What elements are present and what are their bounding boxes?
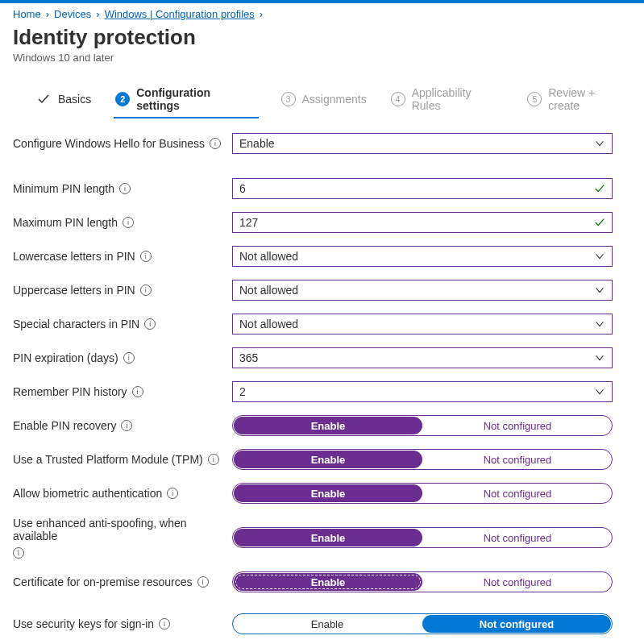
- info-icon[interactable]: i: [144, 318, 156, 330]
- tab-label: Configuration settings: [136, 86, 256, 112]
- wizard-tabs: Basics 2 Configuration settings 3 Assign…: [0, 80, 644, 118]
- field-label: Remember PIN history: [13, 385, 127, 398]
- row-uppercase-pin: Uppercase letters in PIN i Not allowed: [13, 280, 631, 301]
- toggle-option-not-configured: Not configured: [423, 484, 612, 503]
- breadcrumb-configuration-profiles[interactable]: Windows | Configuration profiles: [105, 8, 255, 20]
- pin-recovery-toggle[interactable]: Enable Not configured: [232, 415, 613, 436]
- row-special-pin: Special characters in PIN i Not allowed: [13, 314, 631, 334]
- toggle-option-not-configured: Not configured: [423, 528, 612, 547]
- field-label: Certificate for on-premise resources: [13, 575, 193, 588]
- pin-expiration-select[interactable]: 365: [232, 347, 613, 368]
- biometric-toggle[interactable]: Enable Not configured: [232, 483, 613, 504]
- step-badge: 5: [527, 92, 542, 106]
- row-min-pin: Minimum PIN length i 6: [13, 178, 631, 199]
- row-lowercase-pin: Lowercase letters in PIN i Not allowed: [13, 246, 631, 267]
- info-icon[interactable]: i: [208, 454, 219, 465]
- toggle-option-not-configured: Not configured: [423, 416, 612, 435]
- uppercase-pin-select[interactable]: Not allowed: [232, 280, 613, 301]
- chevron-right-icon: ›: [46, 8, 49, 20]
- info-icon[interactable]: i: [123, 217, 134, 228]
- settings-form: Configure Windows Hello for Business i E…: [0, 118, 644, 644]
- tab-basics[interactable]: Basics: [35, 85, 93, 113]
- field-label: Uppercase letters in PIN: [13, 284, 135, 297]
- certificate-toggle[interactable]: Enable Not configured: [232, 571, 613, 592]
- pin-history-select[interactable]: 2: [232, 381, 613, 402]
- row-pin-expiration: PIN expiration (days) i 365: [13, 347, 631, 368]
- info-icon[interactable]: i: [13, 547, 24, 559]
- row-max-pin: Maximum PIN length i 127: [13, 212, 631, 233]
- info-icon[interactable]: i: [159, 618, 170, 629]
- tab-review-create[interactable]: 5 Review + create: [526, 80, 631, 118]
- field-label: Lowercase letters in PIN: [13, 250, 135, 263]
- step-badge: 3: [281, 92, 296, 106]
- field-label: Allow biometric authentication: [13, 487, 162, 500]
- field-label: Use enhanced anti-spoofing, when availab…: [13, 517, 232, 542]
- info-icon[interactable]: i: [132, 386, 143, 397]
- field-label: Enable PIN recovery: [13, 419, 116, 432]
- field-label: Minimum PIN length: [13, 182, 114, 195]
- anti-spoofing-toggle[interactable]: Enable Not configured: [232, 527, 613, 548]
- configure-hello-select[interactable]: Enable: [232, 133, 613, 154]
- tab-label: Assignments: [302, 93, 367, 106]
- chevron-right-icon: ›: [260, 8, 263, 20]
- chevron-down-icon: [594, 352, 605, 364]
- use-tpm-toggle[interactable]: Enable Not configured: [232, 449, 613, 470]
- info-icon[interactable]: i: [197, 576, 209, 588]
- field-label: Special characters in PIN: [13, 318, 139, 330]
- tab-assignments[interactable]: 3 Assignments: [280, 85, 368, 113]
- toggle-option-not-configured: Not configured: [422, 615, 611, 633]
- breadcrumb: Home › Devices › Windows | Configuration…: [0, 3, 644, 22]
- toggle-option-enable: Enable: [233, 614, 422, 634]
- info-icon[interactable]: i: [167, 488, 178, 499]
- toggle-option-enable: Enable: [234, 573, 422, 591]
- input-value: 6: [239, 182, 246, 195]
- tab-label: Basics: [58, 93, 91, 106]
- special-pin-select[interactable]: Not allowed: [232, 314, 613, 334]
- field-label: Configure Windows Hello for Business: [13, 137, 205, 150]
- row-configure-hello: Configure Windows Hello for Business i E…: [13, 133, 631, 154]
- info-icon[interactable]: i: [210, 138, 221, 149]
- step-badge: 2: [115, 92, 130, 106]
- tab-label: Applicability Rules: [412, 86, 504, 112]
- tab-configuration-settings[interactable]: 2 Configuration settings: [114, 80, 258, 118]
- max-pin-input[interactable]: 127: [232, 212, 613, 233]
- row-anti-spoofing: Use enhanced anti-spoofing, when availab…: [13, 517, 631, 559]
- security-keys-toggle[interactable]: Enable Not configured: [232, 613, 613, 634]
- breadcrumb-home[interactable]: Home: [13, 8, 41, 20]
- select-value: Not allowed: [239, 318, 298, 330]
- field-label: Use a Trusted Platform Module (TPM): [13, 453, 203, 466]
- row-pin-recovery: Enable PIN recovery i Enable Not configu…: [13, 415, 631, 436]
- toggle-option-enable: Enable: [234, 484, 422, 502]
- chevron-down-icon: [594, 318, 605, 330]
- select-value: Not allowed: [239, 284, 298, 297]
- info-icon[interactable]: i: [140, 285, 152, 296]
- min-pin-input[interactable]: 6: [232, 178, 613, 199]
- info-icon[interactable]: i: [123, 352, 135, 364]
- lowercase-pin-select[interactable]: Not allowed: [232, 246, 613, 267]
- breadcrumb-devices[interactable]: Devices: [54, 8, 91, 20]
- info-icon[interactable]: i: [119, 183, 131, 194]
- checkmark-icon: [37, 92, 52, 106]
- info-icon[interactable]: i: [121, 420, 132, 431]
- checkmark-icon: [594, 217, 605, 228]
- select-value: 365: [239, 351, 258, 364]
- toggle-option-not-configured: Not configured: [423, 572, 612, 592]
- field-label: Use security keys for sign-in: [13, 617, 154, 630]
- tab-applicability-rules[interactable]: 4 Applicability Rules: [389, 80, 505, 118]
- select-value: Not allowed: [239, 250, 298, 263]
- field-label: Maximum PIN length: [13, 216, 118, 229]
- page-title: Identity protection: [13, 25, 631, 50]
- select-value: 2: [239, 385, 246, 398]
- chevron-down-icon: [594, 285, 605, 296]
- checkmark-icon: [594, 183, 605, 194]
- chevron-down-icon: [594, 386, 605, 397]
- row-certificate: Certificate for on-premise resources i E…: [13, 571, 631, 592]
- page-subtitle: Windows 10 and later: [13, 52, 631, 64]
- step-badge: 4: [391, 92, 405, 106]
- info-icon[interactable]: i: [140, 251, 152, 262]
- tab-label: Review + create: [548, 86, 629, 112]
- toggle-option-enable: Enable: [234, 417, 422, 434]
- row-use-tpm: Use a Trusted Platform Module (TPM) i En…: [13, 449, 631, 470]
- row-biometric: Allow biometric authentication i Enable …: [13, 483, 631, 504]
- toggle-option-enable: Enable: [234, 451, 422, 468]
